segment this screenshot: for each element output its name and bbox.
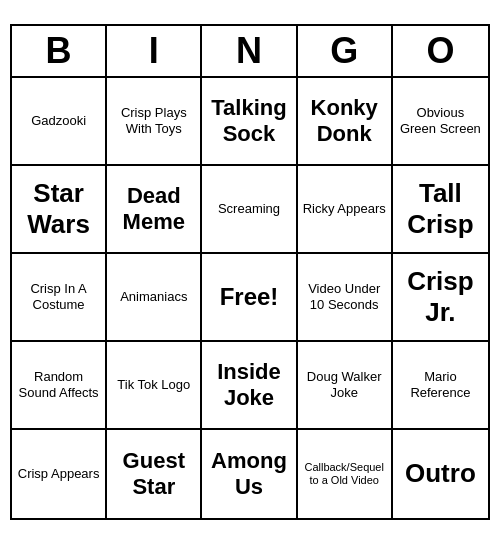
bingo-cell-14[interactable]: Crisp Jr.: [393, 254, 488, 342]
bingo-cell-17[interactable]: Inside Joke: [202, 342, 297, 430]
header-letter-o: O: [393, 26, 488, 76]
bingo-cell-3[interactable]: Konky Donk: [298, 78, 393, 166]
bingo-cell-1[interactable]: Crisp Plays With Toys: [107, 78, 202, 166]
bingo-cell-7[interactable]: Screaming: [202, 166, 297, 254]
bingo-cell-9[interactable]: Tall Crisp: [393, 166, 488, 254]
bingo-cell-11[interactable]: Animaniacs: [107, 254, 202, 342]
bingo-header: BINGO: [12, 26, 488, 78]
bingo-cell-22[interactable]: Among Us: [202, 430, 297, 518]
bingo-cell-16[interactable]: Tik Tok Logo: [107, 342, 202, 430]
header-letter-g: G: [298, 26, 393, 76]
bingo-cell-19[interactable]: Mario Reference: [393, 342, 488, 430]
bingo-card: BINGO GadzookiCrisp Plays With ToysTalki…: [10, 24, 490, 520]
bingo-cell-13[interactable]: Video Under 10 Seconds: [298, 254, 393, 342]
header-letter-i: I: [107, 26, 202, 76]
bingo-cell-24[interactable]: Outro: [393, 430, 488, 518]
bingo-grid: GadzookiCrisp Plays With ToysTalking Soc…: [12, 78, 488, 518]
bingo-cell-18[interactable]: Doug Walker Joke: [298, 342, 393, 430]
bingo-cell-4[interactable]: Obvious Green Screen: [393, 78, 488, 166]
header-letter-n: N: [202, 26, 297, 76]
bingo-cell-0[interactable]: Gadzooki: [12, 78, 107, 166]
bingo-cell-2[interactable]: Talking Sock: [202, 78, 297, 166]
bingo-cell-21[interactable]: Guest Star: [107, 430, 202, 518]
header-letter-b: B: [12, 26, 107, 76]
bingo-cell-12[interactable]: Free!: [202, 254, 297, 342]
bingo-cell-15[interactable]: Random Sound Affects: [12, 342, 107, 430]
bingo-cell-6[interactable]: Dead Meme: [107, 166, 202, 254]
bingo-cell-10[interactable]: Crisp In A Costume: [12, 254, 107, 342]
bingo-cell-5[interactable]: Star Wars: [12, 166, 107, 254]
bingo-cell-23[interactable]: Callback/Sequel to a Old Video: [298, 430, 393, 518]
bingo-cell-20[interactable]: Crisp Appears: [12, 430, 107, 518]
bingo-cell-8[interactable]: Ricky Appears: [298, 166, 393, 254]
